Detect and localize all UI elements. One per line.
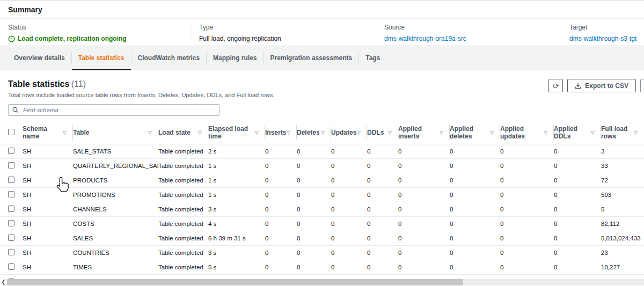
summary-card: Summary StatusLoad complete, replication…: [0, 0, 644, 46]
row-checkbox[interactable]: [8, 263, 14, 270]
sort-filter-icon[interactable]: ▽: [255, 130, 259, 135]
select-all-checkbox[interactable]: [8, 129, 14, 135]
cell-schema: SH: [23, 231, 73, 246]
table-row: SHPRODUCTSTable completed1 s0000000072: [0, 173, 644, 188]
scrollbar-thumb[interactable]: [7, 279, 463, 285]
column-label: Inserts: [265, 129, 286, 136]
cell-ddls: 0: [367, 217, 398, 231]
cell-applied-updates: 0: [500, 260, 554, 275]
table-row: SHTIMESTable completed5 s0000000010,227: [0, 260, 644, 275]
column-label: Applied DDLs: [554, 125, 591, 140]
summary-field-target: Targetdms-walkthrough-s3-tgt: [561, 24, 644, 42]
row-checkbox[interactable]: [8, 234, 14, 241]
table-row: SHSALE_STATSTable completed2 s000000003: [0, 144, 644, 159]
clipped-button[interactable]: [640, 79, 644, 92]
target-link[interactable]: dms-walkthrough-s3-tgt: [569, 35, 644, 42]
column-header-applied-inserts[interactable]: Applied inserts▽: [398, 121, 450, 144]
table-row: SHCHANNELSTable completed3 s000000005: [0, 202, 644, 217]
summary-title: Summary: [0, 1, 644, 18]
cell-schema: SH: [23, 260, 73, 275]
row-checkbox[interactable]: [8, 206, 14, 212]
scrollbar-track[interactable]: [7, 279, 644, 285]
sort-filter-icon[interactable]: ▽: [544, 130, 547, 135]
table-body: SHSALE_STATSTable completed2 s000000003S…: [0, 144, 644, 286]
panel-description: Total rows include loaded source table r…: [8, 92, 636, 98]
cell-applied-inserts: 0: [398, 159, 450, 173]
column-header-updates[interactable]: Updates▽: [331, 121, 367, 144]
column-header-inserts[interactable]: Inserts▽: [265, 121, 297, 144]
column-label: Schema name: [23, 125, 63, 140]
row-checkbox[interactable]: [8, 177, 14, 183]
column-header-applied-ddls[interactable]: Applied DDLs▽: [554, 121, 601, 144]
sort-filter-icon[interactable]: ▽: [63, 130, 67, 135]
row-checkbox[interactable]: [8, 249, 14, 255]
cell-deletes: 0: [297, 217, 331, 231]
column-header-table[interactable]: Table▽: [73, 121, 158, 144]
sort-filter-icon[interactable]: ▽: [148, 130, 152, 135]
scroll-left-arrow-icon[interactable]: ❮: [1, 279, 6, 285]
cell-ddls: 0: [367, 231, 398, 246]
cell-applied-deletes: 0: [450, 188, 500, 202]
source-link[interactable]: dms-walkthrough-ora19a-src: [384, 35, 561, 42]
cell-inserts: 0: [265, 144, 297, 159]
cell-deletes: 0: [297, 231, 331, 246]
column-header-applied-updates[interactable]: Applied updates▽: [500, 121, 554, 144]
tab-mapping-rules[interactable]: Mapping rules: [207, 46, 263, 70]
cell-applied-deletes: 0: [450, 173, 500, 188]
row-select-cell: [0, 188, 23, 202]
cell-ddls: 0: [367, 159, 398, 173]
row-select-cell: [0, 144, 23, 159]
column-header-ddls[interactable]: DDLs▽: [367, 121, 398, 144]
row-checkbox[interactable]: [8, 148, 14, 154]
row-select-cell: [0, 217, 23, 231]
cell-updates: 0: [331, 217, 367, 231]
cell-inserts: 0: [265, 246, 297, 260]
sort-filter-icon[interactable]: ▽: [357, 130, 361, 135]
column-header-elapsed-load-time[interactable]: Elapsed load time▽: [208, 121, 265, 144]
refresh-button[interactable]: ⟳: [548, 79, 563, 92]
cell-applied-updates: 0: [500, 217, 554, 231]
cell-schema: SH: [23, 144, 73, 159]
cell-inserts: 0: [265, 217, 297, 231]
export-to-csv-button[interactable]: Export to CSV: [567, 79, 636, 92]
cell-table: CHANNELS: [73, 202, 158, 217]
cell-updates: 0: [331, 188, 367, 202]
sort-filter-icon[interactable]: ▽: [287, 130, 290, 135]
tab-tags[interactable]: Tags: [359, 46, 386, 70]
cell-table: PRODUCTS: [73, 173, 158, 188]
tab-premigration-assessments[interactable]: Premigration assessments: [264, 46, 358, 70]
cell-applied-deletes: 0: [450, 246, 500, 260]
sort-filter-icon[interactable]: ▽: [490, 130, 494, 135]
tab-table-statistics[interactable]: Table statistics: [72, 46, 131, 70]
sort-filter-icon[interactable]: ▽: [321, 130, 325, 135]
search-input[interactable]: [22, 106, 215, 114]
row-checkbox[interactable]: [8, 220, 14, 226]
sort-filter-icon[interactable]: ▽: [591, 130, 595, 135]
row-checkbox[interactable]: [8, 162, 14, 168]
sort-filter-icon[interactable]: ▽: [634, 130, 638, 135]
cell-inserts: 0: [265, 173, 297, 188]
column-label: Applied updates: [500, 125, 544, 140]
export-to-csv-label: Export to CSV: [585, 82, 628, 90]
cell-inserts: 0: [265, 231, 297, 246]
column-header-full-load-rows[interactable]: Full load rows▽: [601, 121, 644, 144]
column-header-schema-name[interactable]: Schema name▽: [23, 121, 73, 144]
sort-filter-icon[interactable]: ▽: [440, 130, 443, 135]
cell-elapsed: 3 s: [208, 246, 265, 260]
cell-inserts: 0: [265, 159, 297, 173]
cell-full-load-rows: 33: [601, 159, 644, 173]
sort-filter-icon[interactable]: ▽: [388, 130, 392, 135]
column-header-deletes[interactable]: Deletes▽: [297, 121, 331, 144]
tab-overview-details[interactable]: Overview details: [8, 46, 71, 70]
cell-inserts: 0: [265, 188, 297, 202]
cell-ddls: 0: [367, 188, 398, 202]
sort-filter-icon[interactable]: ▽: [198, 130, 202, 135]
row-select-cell: [0, 246, 23, 260]
row-checkbox[interactable]: [8, 191, 14, 197]
cell-full-load-rows: 72: [601, 173, 644, 188]
select-all-header: [0, 121, 23, 144]
column-header-applied-deletes[interactable]: Applied deletes▽: [450, 121, 500, 144]
tab-cloudwatch-metrics[interactable]: CloudWatch metrics: [131, 46, 207, 70]
column-header-inner: Inserts▽: [265, 129, 297, 136]
column-header-load-state[interactable]: Load state▽: [158, 121, 208, 144]
